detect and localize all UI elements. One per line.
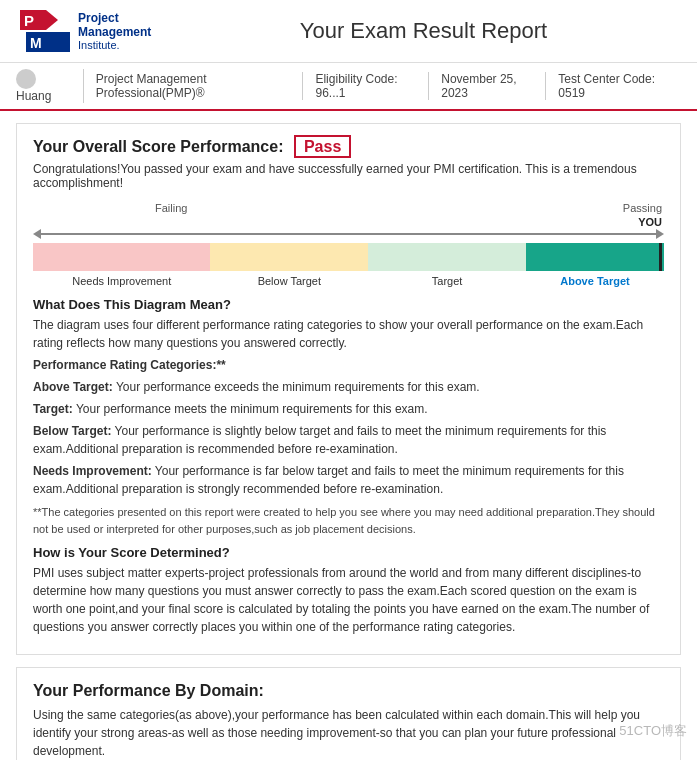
page-wrapper: P M Project Management Institute. Your E…: [0, 0, 697, 760]
arrow-left: [33, 229, 41, 239]
domain-title: Your Performance By Domain:: [33, 682, 664, 700]
footnote: **The categories presented on this repor…: [33, 504, 664, 537]
watermark: 51CTO博客: [619, 722, 687, 740]
how-score-desc: PMI uses subject matter experts-project …: [33, 564, 664, 636]
cat-at: Above Target: [526, 275, 664, 287]
main-content: Your Overall Score Performance: Pass Con…: [0, 123, 697, 760]
bar-above-target: [526, 243, 664, 271]
domain-desc: Using the same categories(as above),your…: [33, 706, 664, 760]
report-title: Your Exam Result Report: [170, 18, 677, 44]
score-bar-wrapper: Failing Passing YOU: [33, 202, 664, 287]
category-labels: Needs Improvement Below Target Target Ab…: [33, 275, 664, 287]
bar-target: [368, 243, 526, 271]
needs-improvement-text: Needs Improvement: Your performance is f…: [33, 462, 664, 498]
below-target-text: Below Target: Your performance is slight…: [33, 422, 664, 458]
diagram-desc: The diagram uses four different performa…: [33, 316, 664, 352]
how-score-title: How is Your Score Determined?: [33, 545, 664, 560]
pass-badge: Pass: [294, 135, 351, 158]
bar-needs-improvement: [33, 243, 210, 271]
pmi-logo-icon: P M: [20, 10, 70, 52]
failing-label: Failing: [155, 202, 187, 214]
you-label: YOU: [33, 216, 664, 228]
diagram-section: What Does This Diagram Mean? The diagram…: [33, 297, 664, 636]
meta-name: Huang: [16, 69, 84, 103]
meta-date: November 25, 2023: [429, 72, 546, 100]
meta-bar: Huang Project Management Professional(PM…: [0, 63, 697, 111]
arrow-line: [41, 233, 656, 235]
meta-cert: Project Management Professional(PMP)®: [84, 72, 304, 100]
score-bar: [33, 243, 664, 271]
svg-text:P: P: [24, 12, 34, 29]
cat-t: Target: [368, 275, 526, 287]
arrow-right: [656, 229, 664, 239]
bar-below-target: [210, 243, 368, 271]
above-target-text: Above Target: Your performance exceeds t…: [33, 378, 664, 396]
domain-section: Your Performance By Domain: Using the sa…: [16, 667, 681, 760]
score-section: Your Overall Score Performance: Pass Con…: [16, 123, 681, 655]
target-text: Target: Your performance meets the minim…: [33, 400, 664, 418]
passing-label: Passing: [623, 202, 662, 214]
logo-area: P M Project Management Institute.: [20, 10, 170, 52]
meta-test-center: Test Center Code: 0519: [546, 72, 681, 100]
perf-rating-title: Performance Rating Categories:**: [33, 356, 664, 374]
header: P M Project Management Institute. Your E…: [0, 0, 697, 63]
congrats-text: Congratulations!You passed your exam and…: [33, 162, 664, 190]
logo-text: Project Management Institute.: [78, 11, 151, 51]
cat-bt: Below Target: [210, 275, 368, 287]
meta-eligibility: Eligibility Code: 96...1: [303, 72, 429, 100]
diagram-title: What Does This Diagram Mean?: [33, 297, 664, 312]
domain-wrapper: Your Performance By Domain: Using the sa…: [16, 667, 681, 760]
score-title: Your Overall Score Performance: Pass: [33, 138, 664, 156]
svg-text:M: M: [30, 35, 42, 51]
cat-ni: Needs Improvement: [33, 275, 210, 287]
score-arrow: [33, 229, 664, 239]
